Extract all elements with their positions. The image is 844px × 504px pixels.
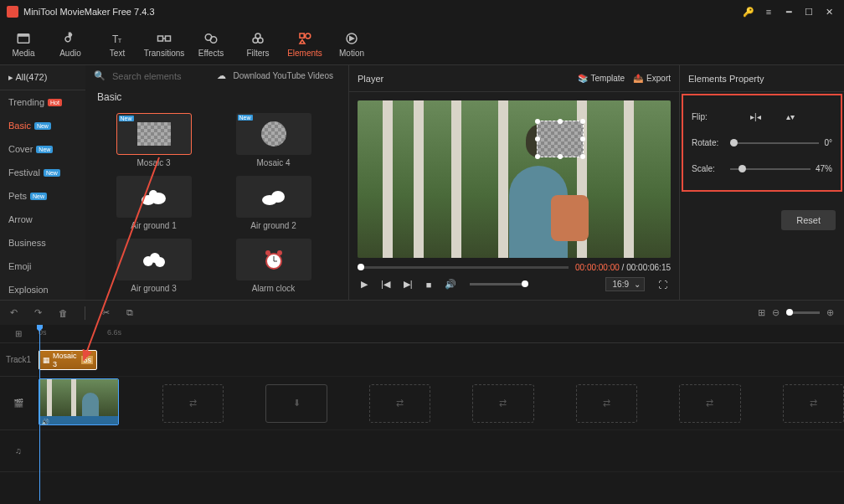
fullscreen-button[interactable]: ⛶ (658, 280, 667, 290)
transition-placeholder[interactable]: ⇄ (679, 384, 740, 423)
search-icon: 🔍 (94, 70, 106, 81)
next-button[interactable]: ▶| (404, 279, 413, 290)
transition-placeholder[interactable]: ⇄ (369, 384, 430, 423)
minimize-icon[interactable]: ━ (780, 3, 797, 20)
tab-text[interactable]: TTText (94, 23, 141, 64)
main-toolbar: Media Audio TTText Transitions Effects F… (0, 23, 844, 65)
properties-title: Elements Property (688, 74, 836, 84)
playhead[interactable] (39, 325, 40, 501)
element-alarm-clock[interactable]: Alarm clock (222, 239, 325, 293)
maximize-icon[interactable]: ☐ (800, 3, 817, 20)
template-button[interactable]: 📚Template (578, 74, 625, 83)
tab-media[interactable]: Media (0, 23, 47, 64)
sidebar-item-emoji[interactable]: Emoji (0, 255, 85, 278)
transition-placeholder[interactable]: ⇄ (576, 384, 637, 423)
close-icon[interactable]: ✕ (821, 3, 837, 20)
fit-button[interactable]: ⊞ (758, 307, 765, 318)
element-track[interactable]: ▦ Mosaic 3 5s (37, 343, 844, 377)
sidebar-item-pets[interactable]: PetsNew (0, 184, 85, 208)
rotate-label: Rotate: (692, 138, 725, 147)
clip-mosaic-3[interactable]: ▦ Mosaic 3 5s (39, 350, 97, 370)
svg-rect-12 (300, 33, 304, 38)
audio-track-icon: ♫ (0, 430, 37, 472)
scale-slider[interactable] (730, 168, 811, 170)
badge-hot: Hot (48, 99, 62, 106)
svg-point-19 (271, 191, 285, 203)
undo-button[interactable]: ↶ (10, 307, 18, 318)
element-mosaic-3[interactable]: New Mosaic 3 (102, 113, 205, 167)
sidebar-item-business[interactable]: Business (0, 231, 85, 255)
svg-rect-6 (166, 36, 171, 41)
element-air-ground-1[interactable]: Air ground 1 (102, 176, 205, 230)
sidebar-header[interactable]: ▸ All(472) (0, 65, 85, 90)
export-icon: 📤 (633, 74, 643, 83)
download-youtube-link[interactable]: Download YouTube Videos (233, 71, 333, 80)
volume-slider[interactable] (470, 283, 528, 285)
tab-transitions[interactable]: Transitions (141, 23, 188, 64)
menu-icon[interactable]: ≡ (760, 3, 777, 20)
sidebar-item-explosion[interactable]: Explosion (0, 278, 85, 300)
download-icon: ☁ (217, 70, 226, 81)
sidebar-item-cover[interactable]: CoverNew (0, 137, 85, 161)
sidebar-item-arrow[interactable]: Arrow (0, 208, 85, 231)
clip-icon: ▦ (43, 356, 50, 364)
volume-icon[interactable]: 🔊 (445, 279, 456, 290)
progress-bar[interactable] (358, 266, 569, 269)
zoom-out-button[interactable]: ⊖ (772, 307, 780, 318)
element-air-ground-3[interactable]: Air ground 3 (102, 239, 205, 293)
add-track-button[interactable]: ⊞ (0, 325, 37, 343)
transition-placeholder[interactable]: ⇄ (783, 384, 844, 423)
aspect-select[interactable]: 16:9 ⌄ (605, 277, 645, 291)
svg-point-22 (155, 257, 165, 267)
svg-point-25 (277, 250, 282, 255)
sidebar-item-trending[interactable]: TrendingHot (0, 90, 85, 114)
properties-panel: Elements Property Flip: ▸|◂ ▴▾ Rotate: 0… (680, 65, 844, 300)
svg-point-10 (253, 38, 258, 43)
elements-panel: 🔍 Search elements ☁ Download YouTube Vid… (85, 65, 348, 300)
timeline-ruler[interactable]: 0s 6.6s (37, 325, 844, 343)
svg-text:T: T (118, 36, 122, 44)
sidebar-item-festival[interactable]: FestivalNew (0, 161, 85, 184)
reset-button[interactable]: Reset (781, 210, 836, 230)
stop-button[interactable]: ■ (426, 280, 432, 290)
mosaic-overlay[interactable] (537, 121, 584, 157)
video-preview[interactable] (358, 100, 671, 258)
svg-point-24 (265, 250, 270, 255)
element-mosaic-4[interactable]: New Mosaic 4 (222, 113, 325, 167)
audio-track[interactable] (37, 430, 844, 472)
svg-point-11 (258, 38, 263, 43)
redo-button[interactable]: ↷ (34, 307, 42, 318)
timeline-toolbar: ↶ ↷ 🗑 ✂ ⧉ ⊞ ⊖ ⊕ (0, 300, 844, 325)
search-input[interactable]: Search elements (112, 71, 210, 81)
tab-audio[interactable]: Audio (47, 23, 94, 64)
sidebar-item-basic[interactable]: BasicNew (0, 114, 85, 137)
flip-label: Flip: (692, 112, 725, 121)
play-button[interactable]: ▶ (361, 279, 368, 290)
time-display: 00:00:00:00 / 00:00:06:15 (575, 263, 671, 272)
add-clip-placeholder[interactable]: ⬇ (265, 384, 327, 423)
tab-motion[interactable]: Motion (328, 23, 375, 64)
transition-placeholder[interactable]: ⇄ (162, 384, 224, 423)
template-icon: 📚 (578, 74, 588, 83)
prev-button[interactable]: |◀ (381, 279, 390, 290)
rotate-slider[interactable] (730, 142, 819, 144)
svg-rect-5 (158, 36, 163, 41)
tab-effects[interactable]: Effects (188, 23, 234, 64)
crop-button[interactable]: ⧉ (126, 307, 133, 318)
delete-button[interactable]: 🗑 (59, 308, 68, 318)
svg-point-8 (210, 36, 217, 43)
key-icon[interactable]: 🔑 (740, 3, 757, 20)
svg-point-17 (149, 190, 157, 198)
video-track[interactable]: 🔊 ⇄ ⬇ ⇄ ⇄ ⇄ ⇄ ⇄ (37, 377, 844, 430)
tab-filters[interactable]: Filters (234, 23, 281, 64)
flip-vertical-button[interactable]: ▴▾ (786, 112, 795, 121)
zoom-in-button[interactable]: ⊕ (826, 307, 834, 318)
cut-button[interactable]: ✂ (102, 307, 110, 318)
transition-placeholder[interactable]: ⇄ (472, 384, 533, 423)
flip-horizontal-button[interactable]: ▸|◂ (750, 112, 761, 121)
clip-video[interactable]: 🔊 (39, 378, 119, 425)
tab-elements[interactable]: Elements (281, 23, 328, 64)
zoom-slider[interactable] (786, 311, 820, 314)
export-button[interactable]: 📤Export (633, 74, 671, 83)
element-air-ground-2[interactable]: Air ground 2 (222, 176, 325, 230)
